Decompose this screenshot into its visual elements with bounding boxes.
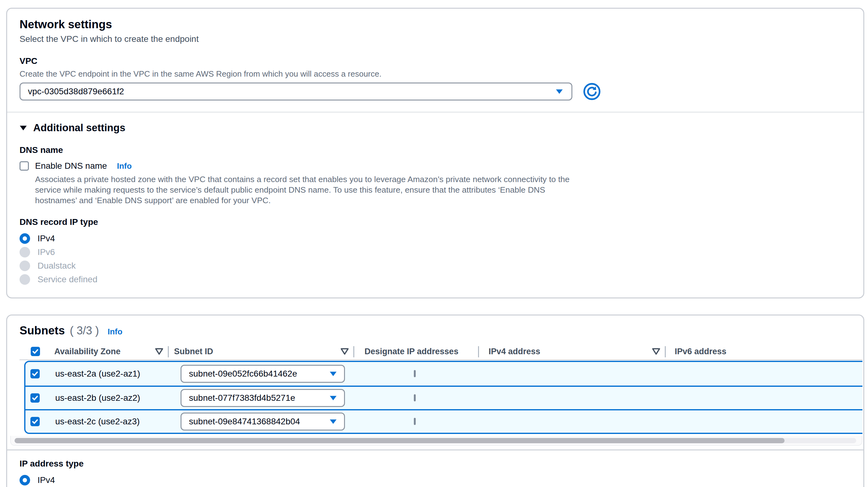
radio-row-ipv6: IPv6: [20, 245, 851, 259]
subnet-id-value: subnet-077f7383fd4b5271e: [189, 393, 295, 403]
subnet-id-value: subnet-09e84741368842b04: [189, 417, 300, 427]
radio-ipv6-label: IPv6: [37, 247, 55, 257]
row-checkbox[interactable]: [30, 393, 40, 403]
vpc-description: Create the VPC endpoint in the VPC in th…: [20, 69, 851, 79]
chevron-down-icon: [555, 89, 563, 94]
vpc-select-row: vpc-0305d38d879e661f2: [20, 83, 851, 100]
vpc-select[interactable]: vpc-0305d38d879e661f2: [20, 83, 572, 100]
dns-record-ip-type-group: IPv4 IPv6 Dualstack Service defined: [20, 232, 851, 286]
column-divider: [665, 346, 666, 357]
radio-service-defined: [20, 274, 30, 285]
dns-name-info-link[interactable]: Info: [117, 161, 132, 171]
network-settings-title: Network settings: [20, 18, 851, 32]
filter-availability-zone-button[interactable]: [155, 347, 164, 356]
radio-row-service-defined: Service defined: [20, 273, 851, 286]
enable-dns-name-checkbox[interactable]: [20, 161, 29, 171]
radio-dualstack: [20, 261, 30, 271]
subnets-heading: Subnets ( 3/3 ) Info: [20, 324, 851, 338]
network-settings-card: Network settings Select the VPC in which…: [6, 8, 864, 298]
designate-ip-checkbox[interactable]: [414, 418, 416, 425]
filter-icon: [340, 347, 349, 356]
enable-dns-name-row: Enable DNS name Info: [20, 161, 851, 171]
table-row: us-east-2c (use2-az3) subnet-09e84741368…: [25, 409, 862, 433]
designate-ip-checkbox[interactable]: [414, 394, 416, 401]
chevron-down-icon: [329, 371, 337, 376]
radio-row-dualstack: Dualstack: [20, 259, 851, 273]
ip-address-type-label: IP address type: [20, 458, 851, 469]
subnet-id-select[interactable]: subnet-09e84741368842b04: [181, 413, 345, 430]
filter-icon: [155, 347, 163, 356]
radio-ipv4[interactable]: [20, 233, 30, 244]
availability-zone-value: us-east-2c (use2-az3): [55, 417, 140, 427]
radio-dualstack-label: Dualstack: [37, 261, 76, 271]
designate-ip-checkbox[interactable]: [414, 370, 416, 377]
availability-zone-value: us-east-2b (use2-az2): [55, 393, 140, 403]
row-checkbox[interactable]: [30, 417, 40, 426]
vpc-select-value: vpc-0305d38d879e661f2: [28, 87, 124, 96]
enable-dns-name-label: Enable DNS name: [35, 161, 107, 171]
section-divider: [6, 450, 864, 450]
chevron-down-icon: [329, 395, 337, 401]
availability-zone-value: us-east-2a (use2-az1): [55, 369, 140, 379]
filter-icon: [652, 347, 660, 356]
subnet-id-select[interactable]: subnet-077f7383fd4b5271e: [181, 389, 345, 407]
col-subnet-id: Subnet ID: [174, 347, 213, 357]
ip-address-type-group: IPv4 IPv6 Dualstack: [20, 474, 851, 487]
dns-record-ip-type-label: DNS record IP type: [20, 217, 851, 227]
refresh-button[interactable]: [583, 83, 601, 100]
section-divider: [7, 112, 863, 113]
column-divider: [478, 346, 479, 357]
col-availability-zone: Availability Zone: [54, 347, 121, 357]
additional-settings-expander[interactable]: Additional settings: [20, 122, 851, 134]
filter-subnet-id-button[interactable]: [340, 347, 350, 356]
caret-down-icon: [20, 125, 27, 130]
col-ipv4-address: IPv4 address: [489, 347, 540, 357]
dns-name-description: Associates a private hosted zone with th…: [35, 174, 575, 206]
radio-ipv4-label: IPv4: [37, 234, 55, 243]
dns-name-label: DNS name: [20, 145, 851, 155]
horizontal-scrollbar-thumb[interactable]: [14, 438, 784, 443]
subnets-title: Subnets: [20, 324, 65, 338]
radio-ipv6: [20, 247, 30, 257]
select-all-checkbox[interactable]: [31, 347, 40, 356]
filter-ipv4-address-button[interactable]: [652, 347, 661, 356]
refresh-icon: [583, 83, 601, 100]
check-icon: [32, 349, 38, 354]
subnets-table-header: Availability Zone Subnet ID Designate IP…: [20, 343, 862, 360]
col-designate-ip: Designate IP addresses: [365, 347, 459, 357]
network-settings-subtitle: Select the VPC in which to create the en…: [20, 33, 851, 45]
chevron-down-icon: [329, 419, 337, 424]
column-divider: [353, 346, 354, 357]
scrollbar-track: [14, 438, 856, 443]
subnets-table: Availability Zone Subnet ID Designate IP…: [20, 343, 862, 434]
radio-ipv4[interactable]: [20, 475, 30, 485]
subnet-id-value: subnet-09e052fc66b41462e: [189, 369, 297, 379]
check-icon: [32, 371, 38, 376]
radio-row-ipv4: IPv4: [20, 474, 851, 487]
subnets-info-link[interactable]: Info: [107, 327, 123, 337]
column-divider: [168, 346, 169, 357]
radio-service-defined-label: Service defined: [37, 275, 97, 284]
horizontal-scrollbar-track[interactable]: [10, 436, 862, 446]
check-icon: [32, 395, 38, 401]
subnet-id-select[interactable]: subnet-09e052fc66b41462e: [181, 365, 345, 383]
row-checkbox[interactable]: [30, 369, 40, 378]
radio-ipv4-label: IPv4: [37, 475, 55, 485]
radio-row-ipv4: IPv4: [20, 232, 851, 245]
additional-settings-title: Additional settings: [33, 122, 125, 134]
subnets-card: Subnets ( 3/3 ) Info Availability Zone S…: [6, 314, 864, 487]
table-row: us-east-2b (use2-az2) subnet-077f7383fd4…: [25, 386, 862, 409]
subnets-count: ( 3/3 ): [70, 324, 99, 337]
check-icon: [32, 419, 38, 424]
col-ipv6-address: IPv6 address: [675, 347, 726, 357]
table-row: us-east-2a (use2-az1) subnet-09e052fc66b…: [25, 362, 862, 386]
vpc-label: VPC: [20, 56, 851, 66]
selected-rows-group: us-east-2a (use2-az1) subnet-09e052fc66b…: [24, 361, 862, 434]
